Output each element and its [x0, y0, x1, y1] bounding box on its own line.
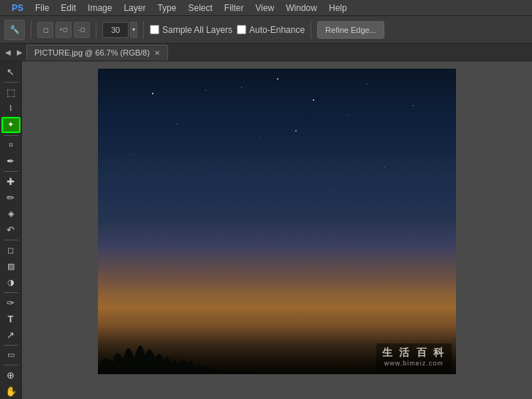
- history-brush-icon: ↶: [7, 224, 15, 235]
- menu-help[interactable]: Help: [323, 0, 353, 15]
- separator-2: [96, 21, 96, 39]
- sample-all-layers-checkbox[interactable]: [150, 25, 159, 34]
- sample-all-layers-group[interactable]: Sample All Layers: [150, 25, 232, 35]
- menu-type[interactable]: Type: [151, 0, 182, 15]
- toolbar-separator-3: [4, 171, 18, 172]
- tab-bar: ◀ ▶ PICTURE.jpg @ 66.7% (RGB/8) ✕: [0, 44, 532, 61]
- tool-eraser[interactable]: ◻: [1, 243, 20, 258]
- tool-brush[interactable]: ✏: [1, 190, 20, 205]
- tab-scroll-right[interactable]: ▶: [15, 45, 25, 61]
- toolbar-separator-4: [4, 240, 18, 240]
- tab-close-button[interactable]: ✕: [154, 49, 160, 57]
- tool-lasso[interactable]: ⌇: [1, 101, 20, 116]
- toolbar-separator-5: [4, 292, 18, 293]
- hand-icon: ✋: [5, 386, 17, 397]
- tool-clone[interactable]: ◈: [1, 206, 20, 221]
- tool-zoom[interactable]: ⊕: [1, 368, 20, 383]
- tool-quick-select[interactable]: ✦: [1, 117, 20, 133]
- tool-heal[interactable]: ✚: [1, 174, 20, 189]
- document-tab[interactable]: PICTURE.jpg @ 66.7% (RGB/8) ✕: [26, 45, 168, 61]
- path-select-icon: ↗: [7, 330, 15, 341]
- new-selection-button[interactable]: ◻: [37, 22, 53, 38]
- left-toolbar: ↖ ⬚ ⌇ ✦ ⌗ ✒ ✚ ✏ ◈: [0, 61, 22, 399]
- auto-enhance-label: Auto-Enhance: [249, 25, 305, 35]
- eyedropper-icon: ✒: [7, 156, 15, 167]
- brush-size-arrow[interactable]: ▾: [130, 22, 137, 38]
- document-tab-name: PICTURE.jpg @ 66.7% (RGB/8): [34, 48, 150, 57]
- options-bar: 🔧 ◻ +◻ -◻ 30 ▾ Sample All Layers Auto-En…: [0, 16, 532, 44]
- marquee-icon: ⬚: [7, 87, 15, 98]
- pen-icon: ✑: [7, 297, 15, 308]
- workspace: ↖ ⬚ ⌇ ✦ ⌗ ✒ ✚ ✏ ◈: [0, 61, 532, 399]
- move-icon: ↖: [7, 66, 15, 77]
- subtract-selection-button[interactable]: -◻: [74, 22, 90, 38]
- watermark-line2: www.bimeiz.com: [384, 360, 444, 367]
- toolbar-separator-2: [4, 135, 18, 136]
- ps-logo[interactable]: PS: [6, 0, 29, 15]
- shape-icon: ▭: [7, 350, 15, 360]
- brush-icon: ✏: [7, 192, 15, 203]
- brush-mode-group: ◻ +◻ -◻: [37, 22, 90, 38]
- tool-eyedropper[interactable]: ✒: [1, 153, 20, 169]
- gradient-icon: ▨: [7, 262, 15, 271]
- tool-pen[interactable]: ✑: [1, 295, 20, 311]
- sky-image: [98, 69, 456, 374]
- type-icon: T: [8, 314, 14, 324]
- zoom-icon: ⊕: [7, 370, 15, 381]
- heal-icon: ✚: [7, 176, 15, 187]
- brush-size-group: 30 ▾: [102, 22, 137, 38]
- clone-icon: ◈: [8, 209, 14, 218]
- tool-history-brush[interactable]: ↶: [1, 222, 20, 238]
- brush-size-input[interactable]: 30: [102, 22, 129, 38]
- auto-enhance-checkbox[interactable]: [237, 25, 246, 34]
- lasso-icon: ⌇: [9, 104, 12, 113]
- add-selection-button[interactable]: +◻: [56, 22, 72, 38]
- separator-1: [31, 21, 31, 39]
- menu-select[interactable]: Select: [182, 0, 218, 15]
- auto-enhance-group[interactable]: Auto-Enhance: [237, 25, 305, 35]
- watermark: 生 活 百 科 www.bimeiz.com: [376, 343, 452, 370]
- menu-view[interactable]: View: [249, 0, 280, 15]
- tool-path-select[interactable]: ↗: [1, 327, 20, 343]
- menu-edit[interactable]: Edit: [55, 0, 82, 15]
- toolbar-separator-1: [4, 82, 18, 83]
- menu-bar: PS File Edit Image Layer Type Select Fil…: [0, 0, 532, 16]
- sample-all-layers-label: Sample All Layers: [162, 25, 232, 35]
- dodge-icon: ◑: [7, 278, 15, 287]
- toolbar-separator-7: [4, 365, 18, 365]
- tool-shape[interactable]: ▭: [1, 347, 20, 362]
- menu-layer[interactable]: Layer: [118, 0, 151, 15]
- image-container: 生 活 百 科 www.bimeiz.com: [98, 69, 456, 374]
- refine-edge-button[interactable]: Refine Edge...: [317, 21, 384, 39]
- tool-preset-button[interactable]: 🔧: [4, 20, 25, 40]
- tool-marquee[interactable]: ⬚: [1, 85, 20, 100]
- tool-hand[interactable]: ✋: [1, 384, 20, 399]
- tool-crop[interactable]: ⌗: [1, 137, 20, 153]
- canvas-area[interactable]: 生 活 百 科 www.bimeiz.com: [22, 61, 532, 399]
- tool-type[interactable]: T: [1, 311, 20, 327]
- menu-filter[interactable]: Filter: [218, 0, 250, 15]
- eraser-icon: ◻: [7, 246, 14, 255]
- crop-icon: ⌗: [9, 140, 13, 150]
- quick-select-icon: ✦: [7, 120, 14, 129]
- tab-scroll-left[interactable]: ◀: [3, 45, 13, 61]
- menu-window[interactable]: Window: [280, 0, 323, 15]
- toolbar-separator-6: [4, 345, 18, 346]
- separator-3: [143, 21, 144, 39]
- tool-gradient[interactable]: ▨: [1, 259, 20, 274]
- separator-4: [311, 21, 311, 39]
- tool-move[interactable]: ↖: [1, 64, 20, 80]
- menu-file[interactable]: File: [29, 0, 55, 15]
- watermark-line1: 生 活 百 科: [382, 346, 446, 360]
- menu-image[interactable]: Image: [82, 0, 118, 15]
- tool-dodge[interactable]: ◑: [1, 275, 20, 290]
